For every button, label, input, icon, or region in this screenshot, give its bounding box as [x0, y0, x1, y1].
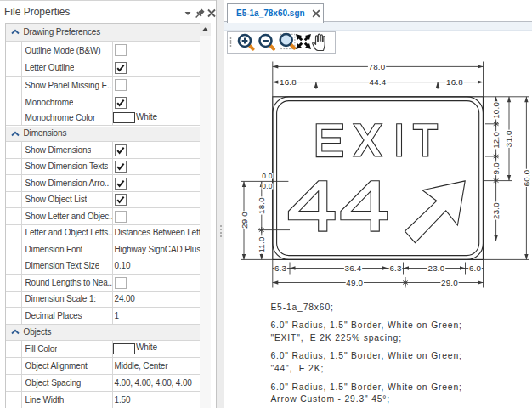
svg-text:0.0: 0.0: [262, 182, 272, 190]
svg-text:23.0: 23.0: [428, 264, 445, 273]
svg-text:E5-1a_78x60;: E5-1a_78x60;: [270, 303, 333, 312]
svg-text:6.0: 6.0: [469, 264, 482, 273]
svg-text:6.0" Radius, 1.5" Border, Whit: 6.0" Radius, 1.5" Border, White on Green…: [270, 382, 461, 392]
svg-text:44.4: 44.4: [370, 77, 387, 87]
svg-text:23.0: 23.0: [491, 202, 501, 219]
svg-text:0.0: 0.0: [262, 172, 272, 180]
svg-text:"EXIT", E 2K 225% spacing;: "EXIT", E 2K 225% spacing;: [270, 333, 401, 343]
svg-text:36.4: 36.4: [345, 264, 362, 273]
svg-text:16.8: 16.8: [446, 77, 463, 87]
svg-text:16.8: 16.8: [280, 77, 297, 87]
svg-text:6.0" Radius, 1.5" Border, Whit: 6.0" Radius, 1.5" Border, White on Green…: [270, 320, 461, 330]
svg-text:18.0: 18.0: [257, 197, 266, 214]
svg-text:49.0: 49.0: [346, 278, 363, 287]
svg-text:60.0: 60.0: [522, 169, 531, 186]
svg-text:6.0" Radius, 1.5" Border, Whit: 6.0" Radius, 1.5" Border, White on Green…: [270, 351, 461, 360]
svg-text:Arrow Custom - 29.3" 45°;: Arrow Custom - 29.3" 45°;: [270, 394, 390, 404]
svg-text:78.0: 78.0: [369, 62, 386, 71]
svg-text:12.0: 12.0: [491, 132, 501, 149]
svg-text:29.0: 29.0: [441, 278, 458, 287]
svg-text:29.0: 29.0: [240, 212, 249, 229]
svg-text:11.0: 11.0: [257, 236, 266, 252]
svg-text:6.3: 6.3: [389, 264, 402, 273]
svg-text:10.0: 10.0: [491, 102, 501, 119]
svg-text:"44", E 2K;: "44", E 2K;: [270, 364, 324, 373]
svg-text:6.3: 6.3: [274, 264, 287, 273]
svg-text:9.0: 9.0: [491, 162, 501, 175]
svg-text:31.0: 31.0: [505, 130, 514, 147]
